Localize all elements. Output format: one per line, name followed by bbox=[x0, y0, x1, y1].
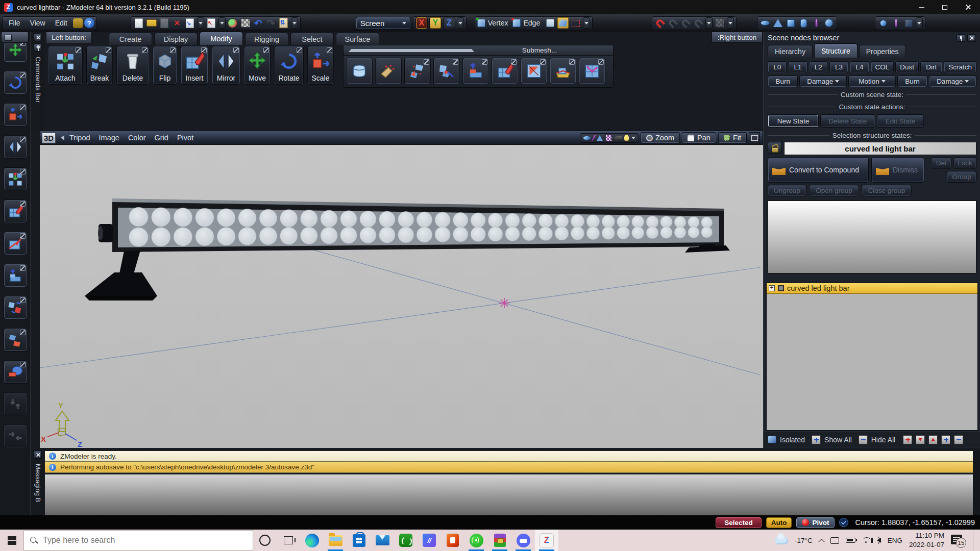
polygon-mode-icon[interactable] bbox=[557, 17, 569, 29]
minimize-button[interactable] bbox=[910, 0, 933, 14]
merge-tool-button[interactable] bbox=[4, 360, 27, 384]
viewport-menu-grid[interactable]: Grid bbox=[155, 134, 168, 142]
log-scrollbar[interactable] bbox=[973, 451, 980, 515]
expand-corner-icon[interactable] bbox=[511, 59, 517, 65]
taskbar-app-broadcast[interactable] bbox=[464, 530, 488, 551]
pivot-badge[interactable]: Pivot bbox=[796, 517, 835, 528]
level-dirt-button[interactable]: Dirt bbox=[920, 61, 942, 73]
edit-state-button[interactable]: Edit State bbox=[877, 114, 924, 128]
expand-corner-icon[interactable] bbox=[20, 72, 26, 78]
rotate-tool-button[interactable] bbox=[4, 71, 27, 94]
new-file-icon[interactable] bbox=[133, 17, 144, 29]
lock-icon[interactable] bbox=[768, 142, 782, 154]
axis-z-button[interactable]: Z bbox=[443, 17, 455, 29]
isolated-button[interactable]: Isolated bbox=[780, 436, 805, 444]
state-burn-button[interactable]: Burn bbox=[768, 76, 798, 87]
detach-tool-button[interactable] bbox=[4, 296, 27, 319]
submesh-paint-select-button[interactable] bbox=[375, 58, 402, 84]
panel-close-icon[interactable] bbox=[967, 34, 976, 42]
close-button[interactable] bbox=[957, 0, 980, 14]
temperature[interactable]: -17°C bbox=[795, 537, 813, 544]
taskbar-app-store[interactable] bbox=[347, 530, 371, 551]
delete-file-icon[interactable] bbox=[172, 17, 183, 29]
dismiss-button[interactable]: Dismiss bbox=[871, 157, 924, 183]
tab-display[interactable]: Display bbox=[154, 33, 198, 45]
options-icon[interactable] bbox=[73, 18, 83, 28]
add-node-icon[interactable] bbox=[903, 435, 912, 444]
chevron-down-icon[interactable] bbox=[631, 137, 635, 139]
level-l4-button[interactable]: L4 bbox=[850, 61, 869, 73]
taskbar-app-zmodeler[interactable] bbox=[535, 530, 558, 551]
vertex-mode-button[interactable]: Vertex bbox=[487, 19, 511, 27]
viewport-menu-tripod[interactable]: Tripod bbox=[69, 134, 90, 142]
cube-primitive-icon[interactable] bbox=[785, 17, 796, 29]
axis-x-button[interactable]: X bbox=[415, 17, 428, 29]
task-view-button[interactable] bbox=[277, 530, 300, 551]
expand-corner-icon[interactable] bbox=[20, 233, 26, 239]
level-l3-button[interactable]: L3 bbox=[829, 61, 848, 73]
wireframe-mode-icon[interactable] bbox=[592, 135, 596, 141]
sphere-primitive-icon[interactable] bbox=[823, 17, 835, 29]
expand-corner-icon[interactable] bbox=[20, 362, 26, 367]
axis-dropdown[interactable] bbox=[457, 17, 464, 29]
language-indicator[interactable]: ENG bbox=[888, 537, 902, 544]
pose-tool-icon[interactable] bbox=[877, 17, 889, 29]
notification-center-button[interactable]: 15 bbox=[951, 534, 966, 547]
expand-corner-icon[interactable] bbox=[598, 59, 604, 65]
level-l1-button[interactable]: L1 bbox=[788, 61, 807, 73]
hide-all-button[interactable]: Hide All bbox=[871, 436, 895, 444]
taskbar-app-file-explorer[interactable] bbox=[324, 530, 347, 551]
cast-icon[interactable] bbox=[830, 537, 839, 544]
texture-display-icon[interactable] bbox=[605, 135, 612, 141]
import-dropdown[interactable] bbox=[218, 17, 226, 29]
del-button[interactable]: Del bbox=[931, 157, 951, 169]
cut-tool-button[interactable] bbox=[4, 199, 27, 223]
light-icon[interactable] bbox=[624, 135, 629, 141]
battery-icon[interactable] bbox=[846, 538, 855, 543]
snap-magnet-icon[interactable] bbox=[654, 17, 666, 29]
isolated-cube-icon[interactable] bbox=[768, 436, 776, 443]
taskbar-app-xbox[interactable] bbox=[394, 530, 418, 551]
taskbar-app-winrar[interactable] bbox=[488, 530, 511, 551]
snap-edge-icon[interactable] bbox=[680, 17, 691, 29]
expand-corner-icon[interactable] bbox=[424, 59, 429, 65]
move-node-down-icon[interactable] bbox=[916, 435, 925, 444]
expand-corner-icon[interactable] bbox=[569, 59, 575, 65]
texture-browser-icon[interactable] bbox=[240, 17, 251, 29]
redo-icon[interactable] bbox=[265, 17, 277, 29]
collapse-icon[interactable] bbox=[349, 49, 474, 52]
commands-pin-icon[interactable] bbox=[34, 43, 42, 52]
zoom-button[interactable]: Zoom bbox=[641, 132, 680, 143]
expand-corner-icon[interactable] bbox=[20, 137, 26, 142]
break-button[interactable]: Break bbox=[86, 46, 113, 85]
auto-badge[interactable]: Auto bbox=[766, 517, 792, 528]
show-desktop-button[interactable] bbox=[973, 530, 976, 551]
flip-button[interactable]: Flip bbox=[153, 46, 177, 85]
clock[interactable]: 11:10 PM 2022-01-07 bbox=[909, 531, 944, 549]
cone-display-icon[interactable] bbox=[597, 135, 603, 141]
delete-state-button[interactable]: Delete State bbox=[820, 114, 875, 128]
taskbar-app-office[interactable] bbox=[441, 530, 464, 551]
submesh-split-button[interactable] bbox=[433, 58, 460, 84]
bone-primitive-icon[interactable] bbox=[811, 17, 822, 29]
cone-primitive-icon[interactable] bbox=[772, 17, 783, 29]
commands-close-icon[interactable] bbox=[34, 33, 42, 41]
undo-icon[interactable] bbox=[253, 17, 264, 29]
expand-corner-icon[interactable] bbox=[20, 265, 26, 271]
more-dropdown[interactable] bbox=[291, 17, 298, 29]
fit-button[interactable]: Fit bbox=[718, 132, 747, 143]
expand-corner-icon[interactable] bbox=[20, 297, 26, 303]
submesh-smooth-button[interactable] bbox=[346, 58, 373, 84]
level-dust-button[interactable]: Dust bbox=[895, 61, 919, 73]
viewport-maximize-icon[interactable] bbox=[749, 132, 760, 143]
render-settings-icon[interactable] bbox=[227, 17, 238, 29]
open-group-button[interactable]: Open group bbox=[809, 185, 859, 196]
convert-to-compound-button[interactable]: Convert to Compound bbox=[768, 157, 869, 183]
group-button[interactable]: Group bbox=[947, 171, 976, 183]
lock-button[interactable]: Lock bbox=[953, 157, 976, 169]
insert-button[interactable]: Insert bbox=[181, 46, 208, 85]
expand-corner-icon[interactable] bbox=[20, 169, 26, 174]
tab-hierarchy[interactable]: Hierarchy bbox=[768, 45, 813, 58]
check-icon[interactable] bbox=[839, 518, 848, 527]
pin-icon[interactable] bbox=[957, 34, 965, 42]
